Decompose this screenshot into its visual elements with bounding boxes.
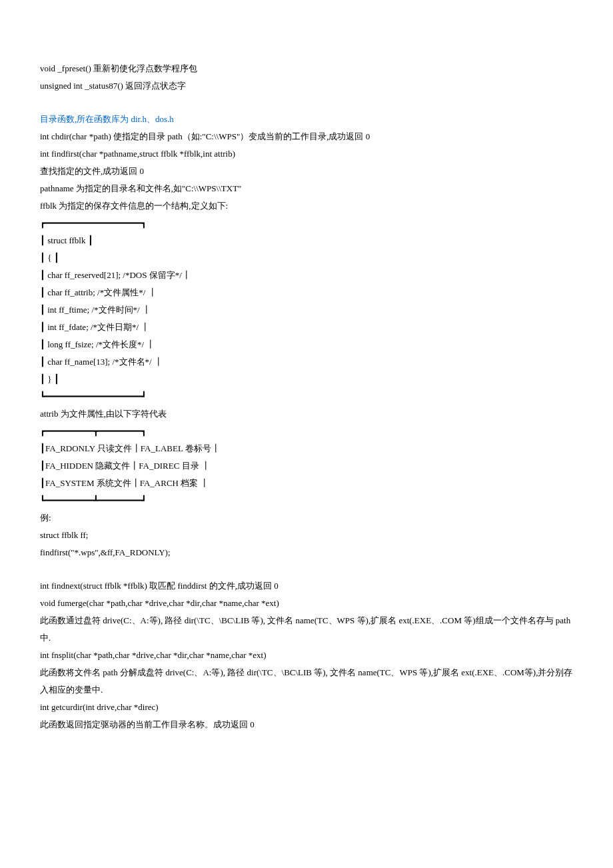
document-body: void _fpreset() 重新初使化浮点数学程序包unsigned int…	[40, 60, 573, 733]
text-line: int findfirst(char *pathname,struct ffbl…	[40, 145, 573, 163]
text-line: ┃FA_RDONLY 只读文件┃FA_LABEL 卷标号┃	[40, 440, 573, 457]
text-line: 例:	[40, 509, 573, 527]
text-line: ┃ struct ffblk ┃	[40, 232, 573, 249]
text-line: ffblk 为指定的保存文件信息的一个结构,定义如下:	[40, 197, 573, 215]
text-line: void fumerge(char *path,char *drive,char…	[40, 595, 573, 612]
blank-line	[40, 561, 573, 577]
text-line: 查找指定的文件,成功返回 0	[40, 163, 573, 180]
text-line: ┃ { ┃	[40, 249, 573, 267]
text-line: void _fpreset() 重新初使化浮点数学程序包	[40, 60, 573, 77]
text-line: ┃ char ff_reserved[21]; /*DOS 保留字*/┃	[40, 267, 573, 284]
text-line: 此函数返回指定驱动器的当前工作目录名称。成功返回 0	[40, 716, 573, 733]
text-line: ┃ long ff_fsize; /*文件长度*/ ┃	[40, 336, 573, 353]
text-line: ┃ char ff_name[13]; /*文件名*/ ┃	[40, 353, 573, 371]
text-line: ┃FA_SYSTEM 系统文件┃FA_ARCH 档案 ┃	[40, 475, 573, 492]
text-line: ┗━━━━━━━━━┻━━━━━━━━┛	[40, 492, 573, 509]
blank-line	[40, 95, 573, 111]
text-line: int fnsplit(char *path,char *drive,char …	[40, 647, 573, 664]
text-line: pathname 为指定的目录名和文件名,如"C:\\WPS\\TXT"	[40, 180, 573, 197]
text-line: findfirst("*.wps",&ff,FA_RDONLY);	[40, 544, 573, 561]
section-heading: 目录函数,所在函数库为 dir.h、dos.h	[40, 111, 573, 128]
text-line: ┗━━━━━━━━━━━━━━━━━━┛	[40, 388, 573, 405]
text-line: ┃ int ff_ftime; /*文件时间*/ ┃	[40, 301, 573, 319]
text-line: ┃ } ┃	[40, 371, 573, 388]
text-line: ┃ int ff_fdate; /*文件日期*/ ┃	[40, 319, 573, 336]
text-line: ┃ char ff_attrib; /*文件属性*/ ┃	[40, 284, 573, 301]
text-line: 此函数将文件名 path 分解成盘符 drive(C:、A:等), 路径 dir…	[40, 664, 573, 699]
text-line: struct ffblk ff;	[40, 527, 573, 544]
text-line: ┏━━━━━━━━━━━━━━━━━━┓	[40, 215, 573, 232]
text-line: ┏━━━━━━━━━┳━━━━━━━━┓	[40, 423, 573, 440]
text-line: int chdir(char *path) 使指定的目录 path（如:"C:\…	[40, 128, 573, 145]
text-line: ┃FA_HIDDEN 隐藏文件┃FA_DIREC 目录 ┃	[40, 457, 573, 475]
text-line: int getcurdir(int drive,char *direc)	[40, 699, 573, 716]
text-line: 此函数通过盘符 drive(C:、A:等), 路径 dir(\TC、\BC\LI…	[40, 612, 573, 647]
text-line: int findnext(struct ffblk *ffblk) 取匹配 fi…	[40, 577, 573, 595]
text-line: unsigned int _status87() 返回浮点状态字	[40, 77, 573, 95]
text-line: attrib 为文件属性,由以下字符代表	[40, 405, 573, 423]
